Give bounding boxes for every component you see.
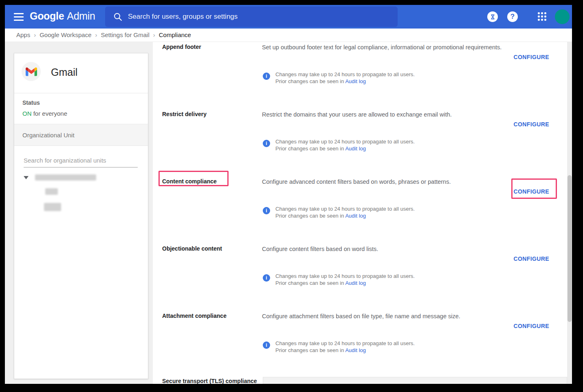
breadcrumb-google-workspace[interactable]: Google Workspace <box>40 31 91 38</box>
setting-description: Restrict the domains that your users are… <box>262 111 506 118</box>
configure-button[interactable]: CONFIGURE <box>513 121 549 128</box>
status-value: ON for everyone <box>22 110 67 117</box>
setting-description: Configure content filters based on word … <box>262 246 506 252</box>
status-on-badge: ON <box>22 110 32 117</box>
info-icon: i <box>263 341 270 349</box>
app-bar: GoogleAdmin ? <box>5 5 572 29</box>
propagation-note: Changes may take up to 24 hours to propa… <box>275 340 415 354</box>
setting-row-append-footer: Append footer Set up outbound footer tex… <box>153 44 567 111</box>
propagation-note: Changes may take up to 24 hours to propa… <box>275 205 415 219</box>
breadcrumb: Apps›Google Workspace›Settings for Gmail… <box>5 29 572 42</box>
global-search <box>105 7 398 27</box>
org-unit-root-redacted[interactable] <box>35 174 96 181</box>
sidebar: Gmail Status ON for everyone Organizatio… <box>5 42 153 384</box>
breadcrumb-separator: › <box>153 31 155 38</box>
setting-description: Set up outbound footer text for legal co… <box>262 44 506 51</box>
propagation-note: Changes may take up to 24 hours to propa… <box>275 138 415 152</box>
breadcrumb-separator: › <box>34 31 36 38</box>
audit-log-link[interactable]: Audit log <box>345 145 366 152</box>
setting-row-restrict-delivery: Restrict delivery Restrict the domains t… <box>153 111 567 178</box>
setting-title: Restrict delivery <box>162 111 258 118</box>
setting-description: Configure advanced content filters based… <box>262 178 506 185</box>
question-mark-icon: ? <box>510 13 515 21</box>
setting-title: Content compliance <box>162 178 258 185</box>
setting-row-secure-transport-tls: Secure transport (TLS) compliance <box>153 378 567 384</box>
setting-title: Append footer <box>162 44 258 51</box>
setting-title: Objectionable content <box>162 245 258 252</box>
gmail-logo-icon <box>22 62 41 81</box>
org-unit-search <box>24 155 138 167</box>
apps-grid-icon[interactable] <box>538 12 547 21</box>
global-search-input[interactable] <box>128 7 389 27</box>
audit-log-link[interactable]: Audit log <box>345 213 366 219</box>
info-icon: i <box>263 274 270 282</box>
organizational-unit-header: Organizational Unit <box>14 124 148 146</box>
info-icon: i <box>263 73 270 80</box>
configure-button[interactable]: CONFIGURE <box>513 255 549 262</box>
breadcrumb-separator: › <box>95 31 97 38</box>
configure-button[interactable]: CONFIGURE <box>513 188 549 195</box>
info-icon: i <box>263 207 270 214</box>
hourglass-icon <box>490 14 495 20</box>
configure-button[interactable]: CONFIGURE <box>513 323 549 329</box>
service-title: Gmail <box>51 66 77 78</box>
org-unit-child-redacted[interactable] <box>44 203 61 211</box>
setting-row-objectionable-content: Objectionable content Configure content … <box>153 245 567 313</box>
scrollbar-track <box>567 42 572 384</box>
setting-title: Attachment compliance <box>162 313 258 319</box>
audit-log-link[interactable]: Audit log <box>345 280 366 286</box>
breadcrumb-settings-for-gmail[interactable]: Settings for Gmail <box>101 31 150 38</box>
propagation-note: Changes may take up to 24 hours to propa… <box>275 71 415 85</box>
propagation-note: Changes may take up to 24 hours to propa… <box>275 273 415 286</box>
scrollbar-thumb[interactable] <box>568 175 572 322</box>
info-icon: i <box>263 140 270 147</box>
breadcrumb-current: Compliance <box>159 31 191 38</box>
menu-icon[interactable] <box>14 13 24 21</box>
chevron-down-icon[interactable] <box>24 176 29 179</box>
setting-row-attachment-compliance: Attachment compliance Configure attachme… <box>153 313 567 380</box>
gmail-service-card: Gmail Status ON for everyone Organizatio… <box>14 53 148 379</box>
setting-title: Secure transport (TLS) compliance <box>162 378 258 384</box>
search-icon <box>113 12 122 21</box>
setting-row-partial-area <box>263 377 567 384</box>
audit-log-link[interactable]: Audit log <box>345 78 366 84</box>
account-avatar[interactable] <box>555 9 570 24</box>
audit-log-link[interactable]: Audit log <box>345 347 366 353</box>
configure-button[interactable]: CONFIGURE <box>513 54 549 60</box>
google-admin-logo: GoogleAdmin <box>30 10 95 22</box>
org-unit-child-redacted[interactable] <box>45 188 58 195</box>
admin-console-window: GoogleAdmin ? Apps›Google Workspace›Sett… <box>5 5 572 384</box>
trial-countdown-button[interactable] <box>487 11 498 22</box>
status-section: Status ON for everyone <box>14 93 148 124</box>
breadcrumb-apps[interactable]: Apps <box>16 31 30 38</box>
org-unit-search-input[interactable] <box>24 155 138 167</box>
status-label: Status <box>22 99 40 106</box>
service-header: Gmail <box>14 53 148 93</box>
setting-row-content-compliance: Content compliance Configure advanced co… <box>153 178 567 245</box>
help-button[interactable]: ? <box>507 11 518 22</box>
setting-description: Configure attachment filters based on fi… <box>262 313 506 319</box>
